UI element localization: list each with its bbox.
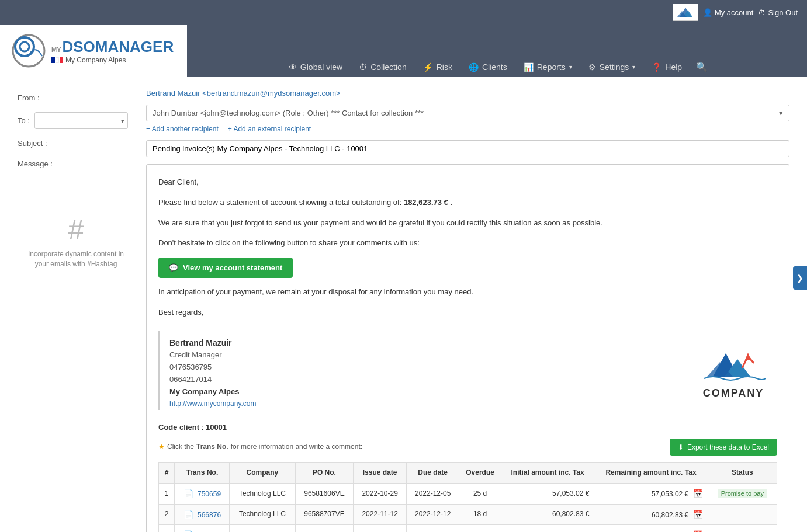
- hashtag-area: # Incorporate dynamic content in your em…: [18, 208, 134, 275]
- table-row: 3 📄 510127 Technolog LLC 96577074VE 2022…: [159, 524, 777, 532]
- trans-no-link[interactable]: 566876: [198, 511, 221, 519]
- row-issue-date: 2022-11-12: [354, 504, 407, 524]
- row-company: Technolog LLC: [230, 504, 295, 524]
- row-due-date: 2022-12-18: [406, 524, 459, 532]
- subject-line: [146, 140, 789, 157]
- col-num: #: [159, 462, 175, 483]
- view-statement-button[interactable]: 💬 View my account statement: [158, 258, 293, 278]
- pdf-icon: 📄: [183, 489, 193, 498]
- to-field-row: John Dumbar <john@technolog.com> (Role :…: [146, 105, 789, 121]
- row-due-date: 2022-12-05: [406, 484, 459, 504]
- hashtag-text: Incorporate dynamic content in your emai…: [23, 249, 129, 269]
- to-dropdown-arrow[interactable]: ▾: [779, 109, 783, 117]
- sig-phone2: 0664217014: [169, 374, 656, 386]
- add-external-recipient-link[interactable]: + Add an external recipient: [228, 125, 311, 133]
- recipients-line: + Add another recipient + Add an externa…: [146, 125, 789, 133]
- table-row: 1 📄 750659 Technolog LLC 96581606VE 2022…: [159, 484, 777, 504]
- sig-phone1: 0476536795: [169, 361, 656, 374]
- subject-row-left: Subject :: [18, 134, 134, 152]
- nav-reports[interactable]: 📊 Reports ▾: [517, 58, 579, 77]
- row-remaining-amount: 64,767.88 € 📅: [594, 524, 708, 532]
- nav-help[interactable]: ❓ Help: [645, 58, 689, 77]
- sig-website-link[interactable]: http://www.mycompany.com: [169, 399, 257, 408]
- sign-out-link[interactable]: ⏱ Sign Out: [758, 8, 798, 17]
- subject-input[interactable]: [146, 140, 789, 157]
- calendar-icon[interactable]: 📅: [693, 510, 703, 519]
- company-logo-svg: [701, 345, 766, 383]
- clock-icon: ⏱: [758, 8, 766, 17]
- nav-settings[interactable]: ⚙ Settings ▾: [581, 58, 643, 77]
- col-remaining-amount: Remaining amount inc. Tax: [594, 462, 708, 483]
- trans-no-bold: Trans No.: [196, 441, 228, 453]
- logo-section: MY DSO MANAGER My Company Alpes: [0, 25, 187, 77]
- help-icon: ❓: [652, 62, 661, 72]
- row-due-date: 2022-12-12: [406, 504, 459, 524]
- from-value: Bertrand Mazuir <bertrand.mazuir@mydsoma…: [146, 89, 341, 98]
- nav-global-view[interactable]: 👁 Global view: [282, 58, 349, 77]
- outstanding-amount: 182,623.73 €: [404, 198, 448, 207]
- to-row: To : ▾: [18, 112, 134, 130]
- my-account-link[interactable]: 👤 My account: [703, 8, 753, 17]
- sig-logo-area: COMPANY: [690, 336, 777, 410]
- col-trans-no: Trans No.: [175, 462, 230, 483]
- reports-icon: 📊: [524, 62, 534, 72]
- row-num: 2: [159, 504, 175, 524]
- nav-collection[interactable]: ⏱ Collection: [352, 58, 413, 77]
- logo-my: MY: [51, 46, 61, 53]
- row-initial-amount: 57,053.02 €: [501, 484, 594, 504]
- from-label: From :: [18, 89, 40, 107]
- sig-role: Credit Manager: [169, 349, 656, 361]
- company-logo-text: COMPANY: [703, 385, 764, 402]
- invoices-table: # Trans No. Company PO No. Issue date Du…: [158, 462, 777, 532]
- message-row-left: Message :: [18, 155, 134, 173]
- svg-point-6: [20, 42, 29, 51]
- row-remaining-amount: 60,802.83 € 📅: [594, 504, 708, 524]
- toggle-sidebar-button[interactable]: ❯: [793, 266, 807, 290]
- main-nav: 👁 Global view ⏱ Collection ⚡ Risk 🌐 Clie…: [187, 57, 807, 77]
- sig-company: My Company Alpes: [169, 386, 656, 398]
- pdf-icon: 📄: [183, 510, 193, 519]
- calendar-icon[interactable]: 📅: [693, 489, 703, 498]
- left-sidebar: From : To : ▾ Subject : Message : # Inco…: [18, 89, 134, 532]
- to-select-wrapper: ▾: [34, 112, 128, 129]
- logo-subtitle: My Company Alpes: [51, 56, 174, 64]
- download-icon: ⬇: [678, 443, 684, 451]
- click-info-row: ★ Click the Trans No. for more informati…: [158, 439, 777, 456]
- col-initial-amount: Initial amount inc. Tax: [501, 462, 594, 483]
- col-po-no: PO No.: [295, 462, 354, 483]
- logo-icon: [12, 34, 46, 68]
- col-status: Status: [708, 462, 777, 483]
- message-label-left: Message :: [18, 155, 134, 173]
- user-icon: 👤: [703, 8, 712, 17]
- table-header-row: # Trans No. Company PO No. Issue date Du…: [159, 462, 777, 483]
- trans-no-link[interactable]: 750659: [198, 490, 221, 498]
- reports-dropdown-icon: ▾: [569, 64, 572, 70]
- row-status: [708, 524, 777, 532]
- nav-risk[interactable]: ⚡ Risk: [416, 58, 459, 77]
- body-p1: Please find below a statement of account…: [158, 197, 777, 209]
- row-status: [708, 504, 777, 524]
- body-p3: Don't hesitate to click on the following…: [158, 237, 777, 249]
- row-po-no: 96577074VE: [295, 524, 354, 532]
- logo-nav-bar: MY DSO MANAGER My Company Alpes 👁 Global…: [0, 25, 807, 77]
- col-due-date: Due date: [406, 462, 459, 483]
- table-section: Code client : 10001 ★ Click the Trans No…: [158, 422, 777, 532]
- row-issue-date: 2022-11-18: [354, 524, 407, 532]
- logo-text: MY DSO MANAGER My Company Alpes: [51, 38, 174, 64]
- row-overdue: 12 d: [459, 524, 501, 532]
- chat-icon: 💬: [169, 263, 178, 272]
- global-view-icon: 👁: [289, 62, 297, 72]
- settings-icon: ⚙: [588, 62, 596, 72]
- row-overdue: 25 d: [459, 484, 501, 504]
- search-icon[interactable]: 🔍: [691, 57, 712, 77]
- hashtag-icon: #: [23, 214, 129, 246]
- export-excel-button[interactable]: ⬇ Export these data to Excel: [670, 439, 777, 456]
- add-recipient-link[interactable]: + Add another recipient: [146, 125, 219, 133]
- nav-clients[interactable]: 🌐 Clients: [462, 58, 514, 77]
- row-remaining-amount: 57,053.02 € 📅: [594, 484, 708, 504]
- click-info-left: ★ Click the Trans No. for more informati…: [158, 441, 362, 453]
- to-select[interactable]: [34, 112, 128, 129]
- row-initial-amount: 60,802.83 €: [501, 504, 594, 524]
- row-trans-no: 📄 566876: [175, 504, 230, 524]
- from-row: From :: [18, 89, 134, 107]
